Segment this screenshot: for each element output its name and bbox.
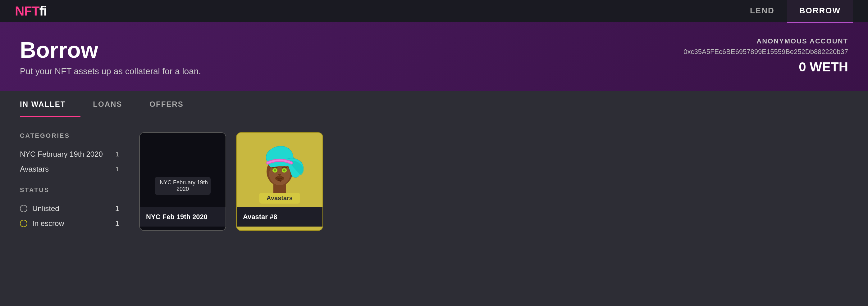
nav-lend[interactable]: LEND — [738, 0, 787, 23]
category-nyc-label: NYC February 19th 2020 — [20, 150, 103, 159]
nft-grid: NYC February 19th2020 NYC Feb 19th 2020 — [139, 132, 848, 231]
header-section: Borrow Put your NFT assets up as collate… — [0, 22, 868, 91]
category-nyc[interactable]: NYC February 19th 2020 1 — [20, 147, 119, 162]
avastar-avatar-svg — [255, 141, 305, 200]
account-balance: 0 WETH — [683, 60, 848, 74]
nft-card-nyc-title: NYC Feb 19th 2020 — [146, 213, 219, 221]
account-address: 0xc35A5FEc6BE6957899E15559Be252Db882220b… — [683, 48, 848, 56]
tab-in-wallet[interactable]: IN WALLET — [20, 91, 81, 117]
tab-loans[interactable]: LOANS — [93, 91, 137, 117]
svg-point-5 — [274, 169, 276, 172]
tab-offers[interactable]: OFFERS — [149, 91, 198, 117]
nft-card-nyc-footer: NYC Feb 19th 2020 — [140, 207, 225, 227]
page-subtitle: Put your NFT assets up as collateral for… — [20, 66, 201, 76]
escrow-icon — [20, 220, 27, 227]
escrow-count: 1 — [115, 219, 119, 228]
navbar: NFTfi LEND BORROW — [0, 0, 868, 22]
logo-fi: fi — [39, 4, 47, 18]
svg-point-10 — [280, 180, 281, 182]
category-nyc-count: 1 — [116, 150, 119, 158]
status-unlisted-left: Unlisted — [20, 204, 59, 213]
status-in-escrow[interactable]: In escrow 1 — [20, 216, 119, 231]
svg-point-6 — [283, 169, 285, 172]
nft-image-avastar: Avastars — [237, 133, 322, 207]
category-avastars[interactable]: Avastars 1 — [20, 162, 119, 177]
tabs-bar: IN WALLET LOANS OFFERS — [0, 91, 868, 117]
header-right: ANONYMOUS ACCOUNT 0xc35A5FEc6BE6957899E1… — [683, 37, 848, 74]
account-label: ANONYMOUS ACCOUNT — [683, 37, 848, 45]
main-content: CATEGORIES NYC February 19th 2020 1 Avas… — [0, 117, 868, 246]
category-avastars-count: 1 — [116, 165, 119, 173]
nav-links: LEND BORROW — [738, 0, 853, 23]
status-escrow-left: In escrow — [20, 219, 64, 228]
avastar-overlay-tag: Avastars — [259, 193, 300, 204]
nyc-card-overlay-tag: NYC February 19th2020 — [155, 177, 211, 195]
unlisted-label: Unlisted — [32, 204, 59, 213]
categories-title: CATEGORIES — [20, 132, 119, 139]
nft-image-nyc: NYC February 19th2020 — [140, 133, 225, 207]
logo[interactable]: NFTfi — [15, 4, 46, 19]
nft-card-nyc[interactable]: NYC February 19th2020 NYC Feb 19th 2020 — [139, 132, 226, 231]
header-left: Borrow Put your NFT assets up as collate… — [20, 37, 201, 76]
status-title: STATUS — [20, 186, 119, 194]
nft-card-avastar-title: Avastar #8 — [243, 213, 316, 221]
nft-card-avastar[interactable]: Avastars Avastar #8 — [236, 132, 323, 231]
svg-point-7 — [278, 174, 281, 176]
unlisted-count: 1 — [115, 204, 119, 213]
escrow-label: In escrow — [32, 219, 64, 228]
nav-borrow[interactable]: BORROW — [787, 0, 853, 23]
page-title: Borrow — [20, 37, 201, 63]
nft-card-avastar-footer: Avastar #8 — [237, 207, 322, 227]
unlisted-icon — [20, 205, 27, 212]
logo-nft: NFT — [15, 4, 39, 18]
category-avastars-label: Avastars — [20, 165, 49, 173]
status-unlisted[interactable]: Unlisted 1 — [20, 201, 119, 216]
sidebar: CATEGORIES NYC February 19th 2020 1 Avas… — [20, 132, 119, 231]
